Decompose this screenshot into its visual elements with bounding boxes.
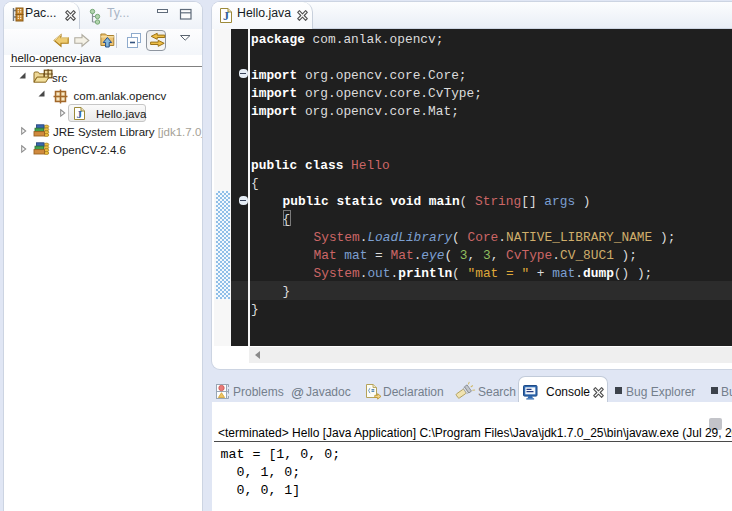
svg-text:J: J <box>223 9 229 23</box>
svg-text:J: J <box>76 107 82 119</box>
